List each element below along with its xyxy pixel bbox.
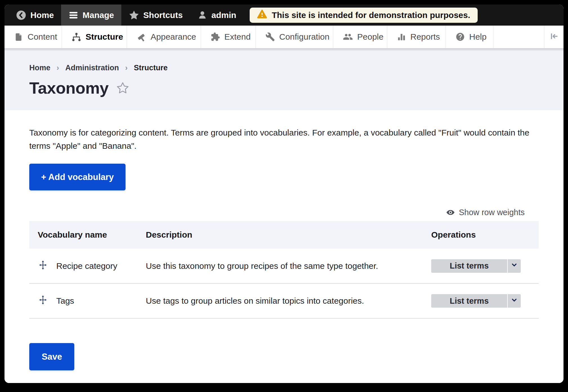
menu-item-label: People	[357, 32, 383, 42]
table-header-row: Vocabulary name Description Operations	[29, 221, 539, 249]
star-outline-icon[interactable]	[116, 81, 129, 95]
breadcrumb-separator: ›	[125, 64, 128, 72]
menu-item-reports[interactable]: Reports	[387, 26, 446, 48]
column-header-description: Description	[146, 221, 431, 249]
help-circle-icon	[455, 32, 465, 42]
vocabulary-name-cell: Tags	[56, 283, 146, 318]
toolbar-shortcuts-button[interactable]: Shortcuts	[121, 4, 190, 26]
demo-banner-text: This site is intended for demonstration …	[272, 10, 470, 20]
menu-item-label: Content	[28, 32, 57, 42]
menu-item-label: Extend	[224, 32, 251, 42]
warning-triangle-icon	[257, 9, 267, 21]
bar-chart-icon	[397, 32, 406, 42]
admin-toolbar: Home Manage Shortcuts admin This site is…	[5, 4, 563, 26]
table-row: Tags Use tags to group articles on simil…	[29, 283, 539, 318]
operations-dropbutton: List terms	[431, 259, 521, 273]
vocabulary-name-cell: Recipe category	[56, 249, 146, 283]
intro-text: Taxonomy is for categorizing content. Te…	[29, 126, 536, 152]
vocabulary-description-cell: Use this taxonomy to group recipes of th…	[146, 249, 431, 283]
page-title: Taxonomy	[29, 78, 109, 97]
toolbar-collapse-button[interactable]	[544, 26, 563, 48]
menu-item-appearance[interactable]: Appearance	[127, 26, 201, 48]
breadcrumb: Home › Administration › Structure	[29, 64, 539, 72]
breadcrumb-structure: Structure	[134, 64, 168, 72]
menu-item-extend[interactable]: Extend	[201, 26, 256, 48]
breadcrumb-separator: ›	[57, 64, 59, 72]
menu-item-label: Configuration	[279, 32, 329, 42]
column-header-operations: Operations	[431, 221, 539, 249]
vocabulary-table: Vocabulary name Description Operations R…	[29, 221, 539, 319]
toolbar-manage-button[interactable]: Manage	[61, 4, 121, 26]
menu-item-content[interactable]: Content	[5, 26, 62, 48]
demo-warning-banner: This site is intended for demonstration …	[250, 8, 477, 23]
hamburger-menu-icon	[68, 10, 79, 20]
back-circle-icon	[16, 10, 26, 21]
menu-item-help[interactable]: Help	[446, 26, 493, 48]
vocabulary-description-cell: Use tags to group articles on similar to…	[146, 283, 431, 318]
star-icon	[129, 10, 139, 21]
save-button[interactable]: Save	[29, 343, 74, 370]
toolbar-home-button[interactable]: Home	[8, 4, 61, 26]
menu-item-structure[interactable]: Structure	[62, 26, 127, 48]
menu-spacer	[493, 26, 544, 48]
menu-item-people[interactable]: People	[333, 26, 387, 48]
user-icon	[197, 10, 207, 20]
menu-item-configuration[interactable]: Configuration	[256, 26, 333, 48]
drag-handle-icon[interactable]	[38, 260, 48, 270]
toolbar-manage-label: Manage	[82, 10, 114, 20]
page-header: Home › Administration › Structure Taxono…	[5, 48, 563, 110]
list-terms-button[interactable]: List terms	[431, 259, 507, 273]
menu-item-label: Reports	[410, 32, 440, 42]
list-terms-button[interactable]: List terms	[431, 294, 507, 308]
menu-item-label: Structure	[86, 32, 123, 42]
collapse-left-icon	[549, 31, 559, 42]
chevron-down-icon	[510, 296, 518, 306]
people-icon	[343, 32, 353, 42]
column-header-vocabulary-name: Vocabulary name	[29, 221, 146, 249]
toolbar-home-label: Home	[30, 10, 54, 20]
operations-toggle-button[interactable]	[507, 294, 521, 308]
drag-handle-icon[interactable]	[38, 295, 48, 305]
file-icon	[14, 32, 23, 42]
add-vocabulary-button[interactable]: + Add vocabulary	[29, 164, 126, 190]
table-row: Recipe category Use this taxonomy to gro…	[29, 249, 539, 283]
eye-icon	[446, 208, 455, 217]
show-row-weights-label: Show row weights	[459, 208, 525, 217]
menu-item-label: Appearance	[151, 32, 196, 42]
sitemap-icon	[71, 32, 81, 42]
admin-menu: Content Structure Appearance Extend Conf…	[5, 26, 563, 48]
wrench-icon	[265, 32, 275, 42]
breadcrumb-home[interactable]: Home	[29, 64, 50, 72]
operations-toggle-button[interactable]	[507, 259, 521, 273]
chevron-down-icon	[510, 261, 518, 271]
operations-dropbutton: List terms	[431, 294, 521, 308]
menu-item-label: Help	[469, 32, 487, 42]
breadcrumb-administration[interactable]: Administration	[65, 64, 119, 72]
toolbar-shortcuts-label: Shortcuts	[143, 10, 183, 20]
toolbar-user-button[interactable]: admin	[190, 4, 243, 26]
browser-window: Home Manage Shortcuts admin This site is…	[5, 4, 563, 383]
paint-roller-icon	[137, 32, 146, 42]
toolbar-user-label: admin	[211, 10, 236, 20]
main-content: Taxonomy is for categorizing content. Te…	[5, 110, 563, 383]
puzzle-icon	[211, 32, 220, 42]
show-row-weights-link[interactable]: Show row weights	[446, 208, 525, 217]
